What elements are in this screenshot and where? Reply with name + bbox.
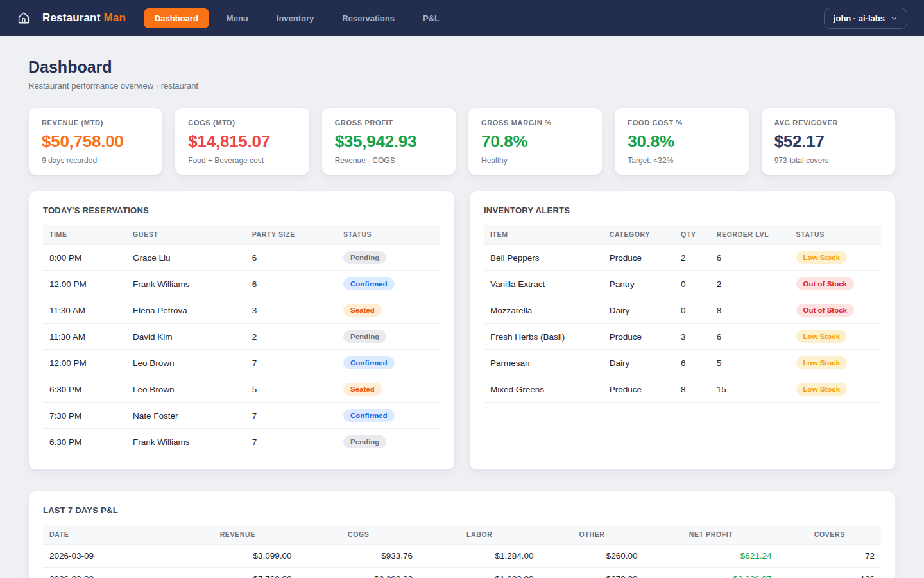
status-badge: Low Stock xyxy=(796,383,848,396)
reservation-status-cell: Confirmed xyxy=(337,403,440,429)
inventory-status-cell: Out of Stock xyxy=(790,297,881,324)
pnl-net-profit: $621.24 xyxy=(644,545,778,568)
column-header: DATE xyxy=(43,525,177,545)
reservation-row: 12:00 PM Leo Brown 7 Confirmed xyxy=(43,350,440,376)
user-menu-label: john · ai-labs xyxy=(834,13,885,23)
reservation-party-size: 2 xyxy=(246,324,337,350)
reservation-status-cell: Seated xyxy=(337,297,440,324)
column-header: TIME xyxy=(43,225,126,245)
kpi-cards: REVENUE (MTD) $50,758.00 9 days recorded… xyxy=(28,107,896,175)
inventory-category: Produce xyxy=(603,245,674,271)
nav-links: Dashboard Menu Inventory Reservations P&… xyxy=(144,8,450,28)
reservation-time: 11:30 AM xyxy=(43,297,126,324)
inventory-item: Mozzarella xyxy=(484,297,603,324)
inventory-category: Produce xyxy=(603,376,674,403)
reservation-guest: Frank Williams xyxy=(126,429,246,455)
column-header: QTY xyxy=(674,225,710,245)
reservation-party-size: 6 xyxy=(246,245,337,271)
kpi-value: 30.8% xyxy=(628,132,735,152)
reservation-time: 7:30 PM xyxy=(43,403,126,429)
pnl-date: 2026-03-09 xyxy=(43,545,177,568)
reservation-party-size: 7 xyxy=(246,350,337,376)
inventory-reorder-level: 2 xyxy=(710,271,790,297)
reservation-status-cell: Pending xyxy=(337,245,440,271)
nav-item[interactable]: Reservations xyxy=(331,8,406,28)
column-header: GUEST xyxy=(126,225,246,245)
inventory-qty: 3 xyxy=(674,324,710,350)
inventory-category: Dairy xyxy=(603,297,674,324)
inventory-alerts-title: INVENTORY ALERTS xyxy=(484,206,881,215)
status-badge: Seated xyxy=(343,383,382,396)
reservation-guest: Leo Brown xyxy=(126,350,246,376)
status-badge: Seated xyxy=(343,304,382,317)
inventory-item: Parmesan xyxy=(484,350,603,376)
user-menu-button[interactable]: john · ai-labs xyxy=(824,8,907,29)
home-icon[interactable] xyxy=(17,11,31,25)
reservation-row: 6:30 PM Frank Williams 7 Pending xyxy=(43,429,440,455)
inventory-category: Pantry xyxy=(603,271,674,297)
column-header: NET PROFIT xyxy=(644,525,778,545)
kpi-subtext: Food + Beverage cost xyxy=(188,156,296,165)
reservation-row: 7:30 PM Nate Foster 7 Confirmed xyxy=(43,403,440,429)
pnl-cogs: $2,280.03 xyxy=(298,568,419,578)
reservation-status-cell: Seated xyxy=(337,376,440,403)
inventory-qty: 2 xyxy=(674,245,710,271)
kpi-label: REVENUE (MTD) xyxy=(42,119,150,127)
inventory-status-cell: Low Stock xyxy=(790,245,881,271)
reservation-party-size: 3 xyxy=(246,297,337,324)
reservation-time: 8:00 PM xyxy=(43,245,126,271)
nav-item[interactable]: Menu xyxy=(216,8,259,28)
inventory-status-cell: Out of Stock xyxy=(790,271,881,297)
reservation-row: 8:00 PM Grace Liu 6 Pending xyxy=(43,245,440,271)
kpi-subtext: 973 total covers xyxy=(774,156,882,165)
reservation-status-cell: Pending xyxy=(337,429,440,455)
brand-first: Restaurant xyxy=(42,12,101,24)
reservation-guest: Grace Liu xyxy=(126,245,246,271)
inventory-reorder-level: 15 xyxy=(710,376,790,403)
brand-logo[interactable]: Restaurant Man xyxy=(42,12,126,24)
inventory-item: Vanilla Extract xyxy=(484,271,603,297)
chevron-down-icon xyxy=(891,15,898,22)
reservation-party-size: 7 xyxy=(246,429,337,455)
inventory-header-row: ITEM CATEGORY QTY REORDER LVL STATUS xyxy=(484,225,881,245)
nav-item[interactable]: P&L xyxy=(412,8,450,28)
inventory-status-cell: Low Stock xyxy=(790,324,881,350)
column-header: REORDER LVL xyxy=(710,225,790,245)
pnl-covers: 136 xyxy=(778,568,881,578)
inventory-status-cell: Low Stock xyxy=(790,350,881,376)
kpi-card: REVENUE (MTD) $50,758.00 9 days recorded xyxy=(28,107,163,175)
kpi-value: 70.8% xyxy=(481,132,589,152)
kpi-card: GROSS PROFIT $35,942.93 Revenue - COGS xyxy=(321,107,456,175)
status-badge: Low Stock xyxy=(796,356,848,369)
pnl-panel: LAST 7 DAYS P&L DATE REVENUE COGS LABOR … xyxy=(28,491,896,578)
reservation-row: 12:00 PM Frank Williams 6 Confirmed xyxy=(43,271,440,297)
pnl-labor: $1,284.00 xyxy=(419,545,540,568)
inventory-reorder-level: 6 xyxy=(710,324,790,350)
kpi-value: $52.17 xyxy=(774,132,882,152)
pnl-table: DATE REVENUE COGS LABOR OTHER NET PROFIT… xyxy=(43,525,881,578)
pnl-other: $260.00 xyxy=(540,545,644,568)
column-header: ITEM xyxy=(484,225,603,245)
pnl-row: 2026-03-09 $3,099.00 $933.76 $1,284.00 $… xyxy=(43,545,881,568)
reservation-status-cell: Confirmed xyxy=(337,271,440,297)
inventory-row: Vanilla Extract Pantry 0 2 Out of Stock xyxy=(484,271,881,297)
top-navbar: Restaurant Man Dashboard Menu Inventory … xyxy=(0,0,924,36)
kpi-card: AVG REV/COVER $52.17 973 total covers xyxy=(761,107,896,175)
kpi-card: COGS (MTD) $14,815.07 Food + Beverage co… xyxy=(175,107,309,175)
reservation-time: 11:30 AM xyxy=(43,324,126,350)
kpi-subtext: 9 days recorded xyxy=(42,156,150,165)
page-subtitle: Restaurant performance overview · restau… xyxy=(28,81,896,91)
kpi-label: GROSS MARGIN % xyxy=(481,119,589,127)
inventory-category: Produce xyxy=(603,324,674,350)
column-header: COVERS xyxy=(778,525,881,545)
nav-item[interactable]: Dashboard xyxy=(144,8,209,28)
inventory-item: Bell Peppers xyxy=(484,245,603,271)
kpi-subtext: Target: <32% xyxy=(628,156,735,165)
inventory-category: Dairy xyxy=(603,350,674,376)
reservation-row: 6:30 PM Leo Brown 5 Seated xyxy=(43,376,440,403)
reservation-guest: Frank Williams xyxy=(126,271,246,297)
inventory-row: Parmesan Dairy 6 5 Low Stock xyxy=(484,350,881,376)
reservation-guest: Leo Brown xyxy=(126,376,246,403)
nav-item[interactable]: Inventory xyxy=(266,8,325,28)
inventory-qty: 8 xyxy=(674,376,710,403)
